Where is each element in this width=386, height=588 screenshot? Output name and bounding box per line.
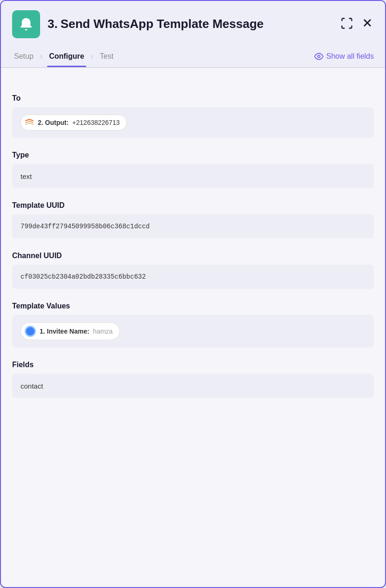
to-tag-pill[interactable]: 2. Output: +212638226713	[21, 115, 127, 130]
value-template-uuid: 799de43ff27945099958b06c368c1dccd	[12, 214, 374, 239]
label-template-values: Template Values	[12, 302, 374, 310]
output-icon	[25, 118, 34, 127]
field-template-values: Template Values 1. Invitee Name: hamza	[12, 302, 374, 348]
value-type: text	[12, 164, 374, 188]
tabs-bar: Setup › Configure › Test Show all fields	[1, 46, 385, 68]
label-fields: Fields	[12, 361, 374, 369]
tabs-divider	[1, 68, 385, 68]
step-number: 3.	[48, 17, 58, 31]
template-values-tag-pill[interactable]: 1. Invitee Name: hamza	[21, 322, 120, 340]
header: 3. Send WhatsApp Template Message	[1, 1, 385, 46]
close-button[interactable]	[361, 16, 374, 32]
invitee-tag-label: 1. Invitee Name:	[40, 328, 90, 335]
value-template-values: 1. Invitee Name: hamza	[12, 315, 374, 348]
label-template-uuid: Template UUID	[12, 201, 374, 210]
tab-separator-2: ›	[91, 52, 93, 61]
field-to: To 2. Output: +212638226713	[12, 94, 374, 138]
value-channel-uuid: cf03025cb2304a02bdb28335c6bbc632	[12, 265, 374, 289]
svg-point-2	[317, 55, 320, 58]
show-all-fields-button[interactable]: Show all fields	[314, 52, 374, 61]
value-fields: contact	[12, 374, 374, 398]
main-card: 3. Send WhatsApp Template Message Setup …	[0, 0, 386, 588]
tab-test[interactable]: Test	[98, 46, 115, 67]
eye-icon	[314, 52, 324, 61]
value-to: 2. Output: +212638226713	[12, 107, 374, 138]
tab-configure[interactable]: Configure	[47, 46, 86, 67]
header-actions	[340, 16, 374, 32]
bell-icon	[19, 17, 34, 32]
app-icon	[12, 10, 40, 38]
label-to: To	[12, 94, 374, 103]
to-tag-value: +212638226713	[72, 119, 120, 126]
title-text: Send WhatsApp Template Message	[61, 16, 264, 32]
field-template-uuid: Template UUID 799de43ff27945099958b06c36…	[12, 201, 374, 239]
tab-separator-1: ›	[40, 52, 42, 61]
field-fields: Fields contact	[12, 361, 374, 398]
invitee-icon	[25, 326, 36, 337]
header-title: 3. Send WhatsApp Template Message	[48, 16, 333, 32]
expand-button[interactable]	[340, 17, 353, 32]
field-channel-uuid: Channel UUID cf03025cb2304a02bdb28335c6b…	[12, 252, 374, 289]
content-area: To 2. Output: +212638226713 Type	[1, 81, 385, 424]
tab-setup[interactable]: Setup	[12, 46, 35, 67]
label-type: Type	[12, 151, 374, 159]
label-channel-uuid: Channel UUID	[12, 252, 374, 260]
invitee-tag-value: hamza	[93, 328, 113, 335]
to-tag-label: 2. Output:	[38, 119, 69, 126]
field-type: Type text	[12, 151, 374, 188]
